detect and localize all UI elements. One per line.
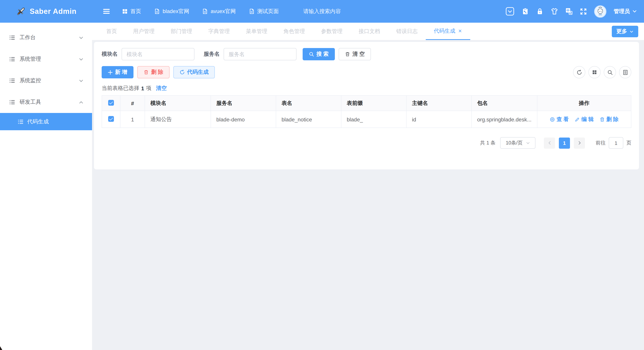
toggle-search-button[interactable] <box>604 66 616 78</box>
tab-user-management[interactable]: 用户管理 <box>125 23 163 40</box>
goto-label: 前往 <box>596 139 606 146</box>
top-menu-item-avuex[interactable]: avuex官网 <box>202 8 236 15</box>
user-avatar[interactable] <box>594 5 606 18</box>
sidebar-item-workbench[interactable]: 工作台 <box>0 27 92 48</box>
fullscreen-button[interactable] <box>580 8 587 15</box>
top-menu-item-home[interactable]: 首页 <box>122 8 141 15</box>
column-header-index: # <box>120 95 145 111</box>
cell-index: 1 <box>120 111 145 128</box>
edit-link[interactable]: 编 辑 <box>574 116 594 123</box>
global-search[interactable]: 请输入搜索内容 <box>303 8 341 15</box>
top-menu-label: 首页 <box>130 8 141 15</box>
clear-button-label: 清 空 <box>352 51 365 58</box>
selection-clear-link[interactable]: 清空 <box>156 85 167 92</box>
tab-label: 代码生成 <box>434 28 455 34</box>
tab-param-management[interactable]: 参数管理 <box>313 23 350 40</box>
sidebar-item-dev-tools[interactable]: 研发工具 <box>0 91 92 113</box>
sidebar-item-system-management[interactable]: 系统管理 <box>0 48 92 70</box>
page-number-1[interactable]: 1 <box>559 137 570 148</box>
pagination: 共 1 条 10条/页 1 前往 页 <box>102 137 631 149</box>
edit-link-label: 编 辑 <box>582 116 594 123</box>
grid-icon <box>592 70 597 75</box>
lock-screen-button[interactable] <box>536 8 544 15</box>
top-menu-label: bladex官网 <box>163 8 189 15</box>
user-menu[interactable]: 管理员 <box>614 8 637 15</box>
sidebar-item-system-monitor[interactable]: 系统监控 <box>0 70 92 91</box>
table-toolbar <box>573 66 631 78</box>
sidebar-item-code-generation[interactable]: 代码生成 <box>0 113 92 130</box>
trash-icon <box>144 70 149 75</box>
list-menu-icon <box>9 78 15 84</box>
table-header-row: # 模块名 服务名 表名 表前缀 主键名 包名 操作 <box>102 95 631 111</box>
selection-prefix: 当前表格已选择 <box>102 85 139 92</box>
tshirt-icon <box>551 8 558 15</box>
goto-page-input[interactable] <box>609 137 623 149</box>
module-name-input[interactable] <box>122 48 194 60</box>
fullscreen-icon <box>580 8 587 15</box>
column-header-module: 模块名 <box>145 95 211 111</box>
search-button[interactable]: 搜 索 <box>303 48 335 60</box>
chevron-down-icon <box>79 78 84 83</box>
service-name-input[interactable] <box>224 48 296 60</box>
tab-code-generation[interactable]: 代码生成 <box>426 23 470 40</box>
next-page-button[interactable] <box>574 137 585 148</box>
density-button[interactable] <box>619 66 631 78</box>
tab-role-management[interactable]: 角色管理 <box>276 23 313 40</box>
tab-home[interactable]: 首页 <box>98 23 125 40</box>
prev-page-button[interactable] <box>544 137 555 148</box>
trash-icon <box>600 117 605 122</box>
tab-dict-management[interactable]: 字典管理 <box>200 23 238 40</box>
top-menu-item-test[interactable]: 测试页面 <box>249 8 279 15</box>
add-button-label: 新 增 <box>115 69 127 76</box>
column-settings-button[interactable] <box>588 66 601 78</box>
document-icon <box>202 9 208 14</box>
refresh-icon <box>576 69 582 75</box>
clear-button[interactable]: 清 空 <box>339 48 371 60</box>
filter-row: 模块名 服务名 搜 索 清 空 <box>102 48 631 60</box>
view-link[interactable]: 查 看 <box>550 116 569 123</box>
search-button-label: 搜 索 <box>316 51 329 58</box>
delete-link[interactable]: 删 除 <box>600 116 619 123</box>
delete-button[interactable]: 删 除 <box>137 66 170 78</box>
tab-label: 菜单管理 <box>246 28 267 35</box>
top-menu-dropdown-button[interactable] <box>506 7 514 16</box>
top-menu-item-bladex[interactable]: bladex官网 <box>154 8 189 15</box>
pagination-total: 共 1 条 <box>480 139 496 146</box>
tab-label: 接口文档 <box>359 28 380 35</box>
sidebar-item-label: 研发工具 <box>20 99 41 106</box>
cell-primary-key: id <box>406 111 472 128</box>
view-link-label: 查 看 <box>556 116 569 123</box>
sidebar-item-label: 系统监控 <box>20 77 41 84</box>
tab-bar: 首页 用户管理 部门管理 字典管理 菜单管理 角色管理 参数管理 接口文档 错误… <box>92 23 644 40</box>
refresh-table-button[interactable] <box>573 66 585 78</box>
sidebar-item-label: 代码生成 <box>27 118 49 125</box>
page-size-select[interactable]: 10条/页 <box>500 137 536 149</box>
code-generate-button[interactable]: 代码生成 <box>173 66 215 78</box>
top-menu-label: 测试页面 <box>257 8 279 15</box>
row-checkbox[interactable] <box>108 116 114 122</box>
data-table: # 模块名 服务名 表名 表前缀 主键名 包名 操作 1 通知公告 <box>102 95 631 128</box>
language-button[interactable] <box>565 8 573 15</box>
tab-error-log[interactable]: 错误日志 <box>388 23 426 40</box>
tabs-more-button[interactable]: 更多 <box>612 26 638 37</box>
theme-button[interactable] <box>551 8 558 15</box>
tab-dept-management[interactable]: 部门管理 <box>163 23 200 40</box>
selection-suffix: 项 <box>146 85 152 92</box>
cell-prefix: blade_ <box>341 111 406 128</box>
refresh-icon <box>180 70 185 75</box>
column-header-actions: 操作 <box>537 95 631 111</box>
cursor-artifact <box>0 346 2 350</box>
add-button[interactable]: 新 增 <box>102 66 134 78</box>
header-right-toolbar: 管理员 <box>506 5 644 18</box>
debug-tool-button[interactable] <box>522 8 529 15</box>
service-name-label: 服务名 <box>204 51 220 58</box>
tab-api-docs[interactable]: 接口文档 <box>350 23 388 40</box>
document-icon <box>154 9 160 14</box>
trash-icon <box>345 52 350 57</box>
select-all-checkbox[interactable] <box>108 100 114 105</box>
table-row[interactable]: 1 通知公告 blade-demo blade_notice blade_ id… <box>102 111 631 128</box>
tab-close-button[interactable] <box>458 29 462 33</box>
tab-menu-management[interactable]: 菜单管理 <box>238 23 276 40</box>
sidebar-collapse-button[interactable] <box>102 7 110 15</box>
caret-square-icon <box>506 7 514 16</box>
